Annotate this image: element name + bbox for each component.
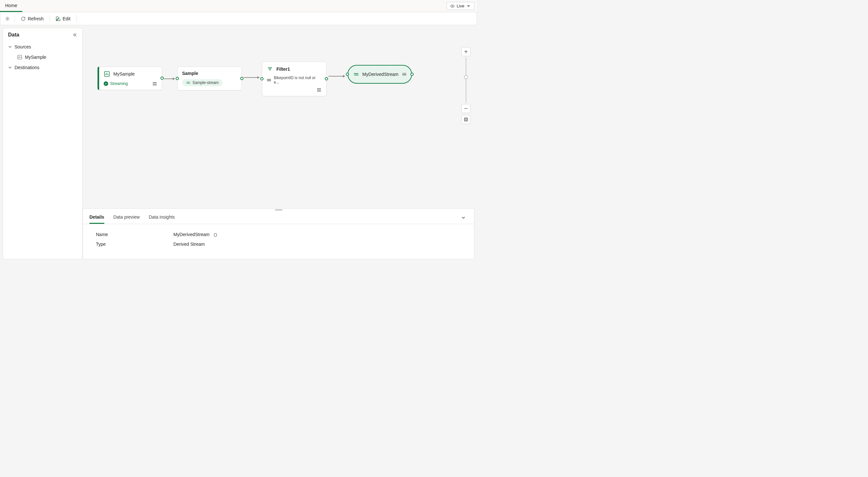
settings-button[interactable]: [3, 14, 12, 23]
tree-destinations-label: Destinations: [14, 65, 39, 70]
collapse-panel-button[interactable]: [459, 213, 468, 222]
svg-rect-7: [214, 234, 217, 236]
minus-icon: [464, 106, 468, 111]
detail-row-type: Type Derived Stream: [96, 242, 461, 247]
bottom-panel: Details Data preview Data insights Name …: [83, 208, 474, 259]
output-port[interactable]: [325, 77, 328, 81]
zoom-controls: [461, 47, 470, 124]
node-title: Sample: [182, 71, 198, 76]
fit-to-screen-button[interactable]: [461, 115, 470, 124]
status-label: Streaming: [110, 81, 128, 86]
tab-label: Details: [89, 214, 104, 219]
connector: [244, 77, 259, 78]
output-port[interactable]: [160, 77, 164, 80]
chevron-down-icon: [8, 65, 12, 69]
node-title: Filter1: [276, 66, 290, 72]
check-circle-icon: [104, 81, 108, 86]
data-side-panel: Data Sources MySample Destinations: [3, 28, 83, 259]
canvas-wrap: MySample Streaming Sample: [83, 28, 474, 259]
detail-label: Name: [96, 232, 174, 237]
top-tab-bar: Home Live: [0, 0, 477, 12]
collapse-panel-button[interactable]: [73, 33, 77, 37]
edit-button[interactable]: Edit: [52, 14, 73, 23]
panel-resize-handle[interactable]: [83, 209, 474, 211]
toolbar-separator: [76, 15, 76, 23]
detail-label: Type: [96, 242, 174, 247]
refresh-label: Refresh: [28, 16, 43, 21]
zoom-thumb[interactable]: [464, 75, 468, 79]
detail-row-name: Name MyDerivedStream: [96, 232, 461, 237]
gear-icon: [5, 16, 10, 21]
eye-icon: [450, 4, 455, 8]
side-panel-header: Data: [3, 32, 82, 42]
svg-point-0: [452, 5, 453, 7]
sample-stream-pill[interactable]: Sample-stream: [182, 79, 222, 86]
flow-canvas[interactable]: MySample Streaming Sample: [83, 28, 474, 208]
zoom-slider[interactable]: [466, 58, 466, 103]
zoom-in-button[interactable]: [461, 47, 470, 56]
svg-point-1: [7, 18, 8, 19]
node-menu-button[interactable]: [151, 81, 158, 87]
detail-value: MyDerivedStream: [174, 232, 210, 237]
node-sample[interactable]: Sample Sample-stream: [177, 66, 242, 90]
stream-icon: [353, 71, 359, 77]
live-label: Live: [457, 4, 464, 8]
node-title: MyDerivedStream: [362, 72, 399, 77]
connector: [164, 79, 175, 79]
fit-screen-icon: [464, 117, 468, 122]
input-port[interactable]: [346, 73, 349, 76]
tree-destinations[interactable]: Destinations: [3, 62, 82, 73]
toolbar-separator: [50, 15, 50, 23]
side-panel-title: Data: [8, 32, 20, 38]
chart-box-icon: [17, 55, 22, 60]
tab-group: Home: [0, 0, 22, 12]
tab-label: Data insights: [149, 214, 175, 219]
tab-label: Data preview: [113, 214, 140, 219]
tab-data-preview[interactable]: Data preview: [113, 211, 140, 224]
node-menu-button[interactable]: [402, 73, 406, 76]
tab-home-label: Home: [5, 3, 17, 8]
chevron-down-icon: [466, 4, 471, 8]
output-port[interactable]: [410, 73, 414, 76]
panel-tabs: Details Data preview Data insights: [83, 211, 474, 224]
tab-home[interactable]: Home: [0, 0, 22, 12]
detail-value: Derived Stream: [174, 242, 205, 247]
tree-item-mysample[interactable]: MySample: [3, 52, 82, 62]
stream-icon: [186, 81, 190, 85]
plus-icon: [464, 50, 468, 54]
node-mysample-source[interactable]: MySample Streaming: [97, 66, 162, 90]
live-mode-button[interactable]: Live: [446, 2, 474, 10]
node-derived-stream[interactable]: MyDerivedStream: [347, 65, 412, 84]
main-layout: Data Sources MySample Destinations: [0, 25, 477, 262]
chevron-down-icon: [461, 215, 466, 220]
copy-button[interactable]: [213, 232, 218, 237]
input-port[interactable]: [260, 77, 264, 81]
input-port[interactable]: [176, 77, 179, 80]
node-filter[interactable]: Filter1 BikepointID is not null or e...: [262, 62, 327, 96]
copy-icon: [213, 232, 218, 237]
chevron-double-left-icon: [73, 33, 77, 37]
node-menu-button[interactable]: [316, 87, 322, 93]
filter-icon: [267, 66, 273, 72]
output-port[interactable]: [240, 77, 244, 80]
tree-sources[interactable]: Sources: [3, 42, 82, 52]
refresh-button[interactable]: Refresh: [18, 14, 47, 23]
chart-box-icon: [104, 71, 110, 77]
zoom-out-button[interactable]: [461, 104, 470, 113]
column-icon: [267, 78, 271, 82]
toolbar: Refresh Edit: [0, 12, 477, 25]
panel-body: Name MyDerivedStream Type Derived Stream: [83, 224, 474, 259]
tab-data-insights[interactable]: Data insights: [149, 211, 175, 224]
tree-sources-label: Sources: [14, 44, 31, 50]
tree-item-label: MySample: [25, 55, 46, 60]
refresh-icon: [21, 16, 26, 21]
pill-label: Sample-stream: [192, 81, 219, 85]
toolbar-separator: [14, 15, 15, 23]
node-status: Streaming: [104, 81, 128, 86]
svg-rect-5: [464, 118, 468, 121]
edit-label: Edit: [63, 16, 70, 21]
tab-details[interactable]: Details: [89, 211, 104, 224]
connector: [329, 76, 345, 77]
svg-rect-6: [465, 119, 467, 120]
edit-icon: [56, 16, 61, 21]
